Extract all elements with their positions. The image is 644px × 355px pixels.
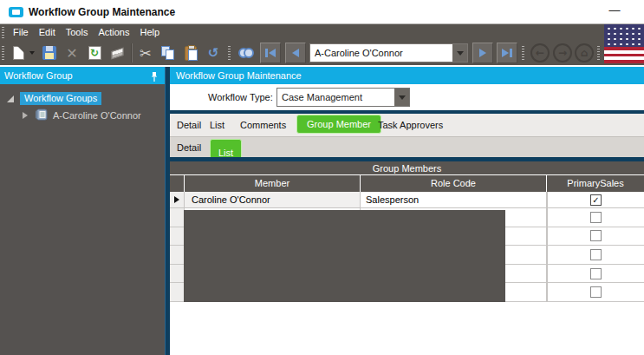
checkbox-unchecked[interactable] bbox=[590, 249, 602, 260]
title-bar: Workflow Group Maintenance — bbox=[0, 0, 644, 24]
column-header-role-code[interactable]: Role Code bbox=[361, 175, 547, 192]
redacted-region bbox=[184, 210, 505, 302]
expand-arrow-icon[interactable] bbox=[7, 95, 14, 102]
app-window: Workflow Group Maintenance — File Edit T… bbox=[0, 0, 644, 355]
save-button[interactable] bbox=[40, 43, 59, 62]
checkbox-unchecked[interactable] bbox=[590, 286, 602, 298]
toolbar-grip-handle[interactable] bbox=[597, 46, 600, 60]
last-record-icon bbox=[502, 49, 509, 57]
primary-sales-cell[interactable]: ✓ bbox=[547, 192, 644, 208]
toolbar: ✕ ↻ ✂ ↺ A-Caroline O'Connor ← → ⌂ bbox=[0, 41, 644, 65]
find-button[interactable] bbox=[237, 43, 256, 62]
row-selector-cell[interactable] bbox=[170, 208, 185, 227]
grid-caption: Group Members bbox=[170, 161, 644, 175]
member-cell[interactable]: Caroline O'Connor bbox=[185, 192, 361, 208]
back-icon: ← bbox=[536, 47, 544, 59]
cut-button[interactable]: ✂ bbox=[136, 43, 155, 62]
last-record-button[interactable] bbox=[497, 43, 517, 63]
checkbox-unchecked[interactable] bbox=[590, 212, 602, 223]
delete-button[interactable]: ✕ bbox=[62, 43, 81, 62]
minimize-button[interactable]: — bbox=[606, 2, 623, 19]
menu-actions[interactable]: Actions bbox=[93, 24, 134, 41]
primary-sales-cell[interactable] bbox=[547, 246, 644, 265]
undo-button[interactable]: ↺ bbox=[204, 43, 223, 62]
role-code-cell[interactable]: Salesperson bbox=[361, 192, 547, 208]
paste-icon bbox=[185, 46, 197, 61]
tab-task-approvers[interactable]: Task Approvers bbox=[378, 114, 443, 136]
tree-item-caroline-oconnor[interactable]: A-Caroline O'Connor bbox=[0, 107, 165, 123]
forward-button[interactable]: → bbox=[553, 43, 572, 62]
workflow-type-label: Workflow Type: bbox=[208, 84, 273, 110]
paste-button[interactable] bbox=[181, 43, 200, 62]
record-selector-dropdown-button[interactable] bbox=[452, 44, 467, 62]
workflow-type-row: Workflow Type: Case Management bbox=[170, 84, 644, 110]
home-icon: ⌂ bbox=[581, 47, 589, 59]
grid-data-row[interactable]: Caroline O'Connor Salesperson ✓ bbox=[170, 192, 644, 208]
delete-icon: ✕ bbox=[66, 45, 77, 62]
checkbox-checked[interactable]: ✓ bbox=[590, 194, 602, 206]
next-record-icon bbox=[479, 49, 486, 57]
maintenance-panel: Workflow Group Maintenance Workflow Type… bbox=[170, 67, 644, 355]
column-header-member[interactable]: Member bbox=[185, 175, 361, 192]
new-dropdown-icon[interactable] bbox=[29, 51, 35, 55]
tab-group-member[interactable]: Group Member bbox=[296, 115, 381, 134]
tab-list[interactable]: List bbox=[210, 114, 224, 136]
collapse-arrow-icon[interactable] bbox=[23, 112, 28, 119]
workflow-group-panel-header: Workflow Group bbox=[0, 67, 165, 84]
copy-icon bbox=[161, 46, 175, 61]
tab-inner-detail[interactable]: Detail bbox=[177, 137, 201, 158]
previous-record-button[interactable] bbox=[285, 43, 306, 63]
app-window-icon bbox=[9, 7, 23, 17]
maintenance-panel-title: Workflow Group Maintenance bbox=[176, 70, 302, 81]
undo-icon: ↺ bbox=[208, 45, 219, 61]
refresh-button[interactable]: ↻ bbox=[85, 43, 104, 62]
toolbar-grip-handle[interactable] bbox=[522, 46, 524, 60]
primary-sales-cell[interactable] bbox=[547, 208, 644, 227]
column-header-primary-sales[interactable]: PrimarySales bbox=[547, 175, 644, 192]
row-selector-cell[interactable] bbox=[170, 227, 185, 247]
tree-item-workflow-groups[interactable]: Workflow Groups bbox=[0, 90, 165, 107]
primary-sales-cell[interactable] bbox=[547, 265, 644, 284]
checkbox-unchecked[interactable] bbox=[590, 268, 602, 279]
save-icon bbox=[42, 46, 56, 60]
workflow-group-icon bbox=[35, 108, 48, 122]
workflow-type-combo[interactable]: Case Management bbox=[276, 88, 410, 107]
menu-help[interactable]: Help bbox=[134, 24, 165, 41]
toolbar-grip-handle[interactable] bbox=[228, 46, 231, 60]
tab-strip-outer: Detail List Comments Group Member Task A… bbox=[170, 114, 644, 136]
first-record-icon bbox=[265, 49, 268, 57]
primary-sales-cell[interactable] bbox=[547, 227, 644, 247]
tab-detail[interactable]: Detail bbox=[177, 114, 201, 136]
new-button[interactable] bbox=[9, 43, 28, 62]
home-button[interactable]: ⌂ bbox=[575, 43, 594, 62]
pin-icon[interactable] bbox=[150, 70, 159, 88]
back-button[interactable]: ← bbox=[530, 43, 550, 62]
tab-comments[interactable]: Comments bbox=[240, 114, 286, 136]
primary-sales-cell[interactable] bbox=[547, 283, 644, 302]
toolbar-separator bbox=[131, 43, 133, 62]
row-selector-cell[interactable] bbox=[170, 283, 185, 302]
checkbox-unchecked[interactable] bbox=[590, 230, 602, 241]
refresh-icon: ↻ bbox=[88, 46, 101, 60]
menu-file[interactable]: File bbox=[8, 24, 34, 41]
toolbar-grip-handle[interactable] bbox=[2, 46, 4, 60]
next-record-button[interactable] bbox=[472, 43, 493, 63]
chevron-down-icon bbox=[399, 95, 406, 100]
menubar-grip-handle[interactable] bbox=[2, 27, 4, 39]
menu-edit[interactable]: Edit bbox=[34, 24, 61, 41]
record-selector-combo[interactable]: A-Caroline O'Connor bbox=[309, 43, 468, 62]
maintenance-panel-header: Workflow Group Maintenance bbox=[170, 67, 644, 84]
workflow-type-value: Case Management bbox=[277, 89, 394, 106]
first-record-button[interactable] bbox=[260, 43, 281, 63]
copy-button[interactable] bbox=[159, 43, 178, 62]
row-selector-cell[interactable] bbox=[170, 246, 185, 265]
workflow-group-panel: Workflow Group Workflow Groups A-Carolin… bbox=[0, 67, 165, 355]
row-selector-cell[interactable] bbox=[170, 265, 185, 284]
new-icon bbox=[13, 46, 24, 60]
chevron-down-icon bbox=[457, 51, 464, 56]
row-selector-arrow-icon bbox=[174, 196, 179, 203]
menu-tools[interactable]: Tools bbox=[61, 24, 94, 41]
workflow-type-dropdown-button[interactable] bbox=[394, 89, 409, 106]
erase-button[interactable] bbox=[107, 43, 127, 62]
row-selector-cell[interactable] bbox=[170, 192, 185, 208]
